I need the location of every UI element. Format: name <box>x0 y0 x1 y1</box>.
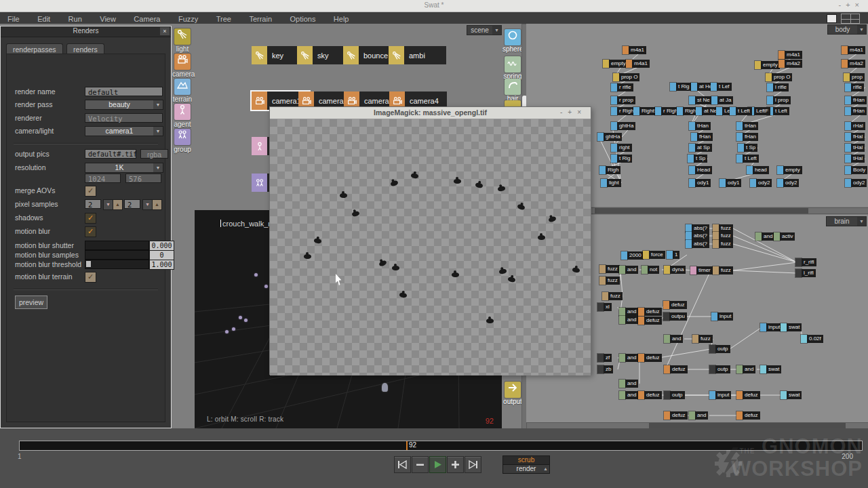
spring-icon[interactable] <box>505 56 521 73</box>
scrollbar-thumb[interactable] <box>595 208 808 214</box>
graph-node[interactable]: ghtHa <box>597 133 622 141</box>
render-pass-dropdown[interactable]: beauty▼ <box>85 100 163 110</box>
graph-node[interactable]: at Sp <box>689 144 712 152</box>
graph-node[interactable]: outp <box>709 365 730 373</box>
render-name-input[interactable]: default <box>85 87 163 96</box>
pixel-samples-y-input[interactable]: 2 <box>124 199 140 209</box>
tool-terrain[interactable]: terrain <box>172 77 193 103</box>
graph-node[interactable]: fuzz <box>599 265 620 273</box>
camera-icon[interactable] <box>174 54 191 70</box>
menu-camera[interactable]: Camera <box>126 14 167 23</box>
graph-node[interactable]: t Sp <box>688 155 707 163</box>
graph-node[interactable]: Righ <box>599 166 620 174</box>
graph-node[interactable]: m4a1 <box>623 46 646 54</box>
graph-node[interactable]: at Ja <box>711 96 733 104</box>
graph-node[interactable]: t Rig <box>611 155 632 163</box>
graph-node[interactable]: m4a2 <box>778 60 802 68</box>
graph-node[interactable]: and <box>619 266 638 274</box>
graph-node[interactable]: defuz <box>638 317 662 325</box>
layout-quad-icon[interactable] <box>841 14 860 24</box>
graph-node[interactable]: m4a1 <box>778 51 802 59</box>
graph-node[interactable]: t Lef <box>711 83 732 91</box>
graph-node[interactable]: Head <box>689 166 712 174</box>
graph-node[interactable]: outpu <box>663 312 687 321</box>
graph-node[interactable]: dyna <box>664 266 686 274</box>
skip-to-end-button[interactable] <box>465 456 481 473</box>
resolution-height-input[interactable]: 576 <box>125 174 161 183</box>
graph-node[interactable]: fHal <box>845 133 865 141</box>
hair-icon[interactable] <box>505 79 521 95</box>
mb-shutter-value[interactable]: 0.000 <box>149 241 174 251</box>
side-output[interactable]: output <box>502 380 523 405</box>
graph-node[interactable]: and <box>619 380 638 388</box>
graph-node[interactable]: zb <box>597 365 613 373</box>
step-forward-button[interactable] <box>447 456 464 473</box>
graph-node[interactable]: fuzz <box>692 335 713 343</box>
graph-node[interactable]: ody2 <box>845 179 867 187</box>
graph-node[interactable]: prop O <box>766 73 792 81</box>
graph-node[interactable]: fHan <box>845 96 867 104</box>
scrollbar-thumb[interactable] <box>649 423 846 428</box>
graph-node[interactable]: and <box>619 391 638 399</box>
imagemagick-window[interactable]: ImageMagick: massive_opengl.tif -+× <box>269 106 591 375</box>
menu-options[interactable]: Options <box>282 14 323 23</box>
graph-node[interactable]: 0.02f <box>801 335 823 343</box>
graph-node[interactable]: outp <box>709 345 730 353</box>
graph-node[interactable]: abs(? <box>686 240 709 248</box>
merge-aovs-checkbox[interactable]: ✓ <box>85 186 96 197</box>
graph-node[interactable]: empty <box>777 166 802 174</box>
graph-node[interactable]: defuz <box>663 301 687 309</box>
graph-node[interactable]: prop <box>844 73 865 81</box>
graph-node[interactable]: and <box>619 354 638 362</box>
graph-node[interactable]: rHal <box>845 122 865 130</box>
motion-blur-checkbox[interactable]: ✓ <box>85 226 96 237</box>
graph-node[interactable]: t Sp <box>738 144 757 152</box>
graph-node[interactable]: timer <box>690 266 713 274</box>
camera-light-dropdown[interactable]: camera1▼ <box>85 126 163 136</box>
resolution-dropdown[interactable]: 1K▼ <box>85 163 163 173</box>
mb-threshold-value[interactable]: 1.000 <box>149 260 174 270</box>
light-node-ambi[interactable]: ambi <box>389 46 446 64</box>
graph-node[interactable]: defuz <box>638 354 662 362</box>
imagemagick-controls[interactable]: -+× <box>560 108 587 116</box>
close-icon[interactable]: × <box>160 27 170 35</box>
pixel-samples-y-down[interactable]: ▼ <box>142 199 153 210</box>
output-icon[interactable] <box>505 382 521 398</box>
renderer-input[interactable]: Velocity <box>85 113 163 123</box>
window-controls[interactable]: -+× <box>838 1 864 9</box>
graph-node[interactable]: fHan <box>691 133 713 141</box>
graph-node[interactable]: defuz <box>736 411 760 420</box>
graph-node[interactable]: swat <box>760 365 781 373</box>
graph-node[interactable]: input <box>709 391 731 399</box>
imagemagick-titlebar[interactable]: ImageMagick: massive_opengl.tif -+× <box>270 107 591 119</box>
renders-dialog-titlebar[interactable]: Renders × <box>1 26 171 37</box>
graph-node[interactable]: fuzz <box>713 240 733 248</box>
graph-node[interactable]: and <box>755 232 774 241</box>
brain-view-dropdown[interactable]: brain▼ <box>826 216 867 226</box>
graph-node[interactable]: swat <box>781 323 802 331</box>
graph-node[interactable]: activ <box>774 232 795 241</box>
graph-node[interactable]: r Righ <box>655 107 679 115</box>
side-hair[interactable]: hair <box>502 77 523 102</box>
pixel-samples-x-down[interactable]: ▼ <box>103 199 113 210</box>
mb-samples-slider[interactable] <box>85 250 149 260</box>
graph-node[interactable]: defuz <box>736 391 760 399</box>
graph-node[interactable]: r prop <box>611 96 635 104</box>
terrain-icon[interactable] <box>174 79 191 95</box>
play-button[interactable] <box>429 456 446 473</box>
graph-node[interactable]: and <box>619 308 638 316</box>
graph-node[interactable]: empty <box>755 61 780 69</box>
graph-node[interactable]: empty <box>603 60 628 68</box>
menu-edit[interactable]: Edit <box>30 14 58 23</box>
graph-node[interactable]: tHal <box>845 144 865 152</box>
graph-node[interactable]: m4a1 <box>842 46 865 54</box>
mb-shutter-slider[interactable] <box>85 241 149 250</box>
menu-view[interactable]: View <box>92 14 123 23</box>
graph-node[interactable]: not <box>642 266 659 274</box>
graph-node[interactable]: swat <box>781 391 802 399</box>
timeline-playhead[interactable] <box>406 441 408 450</box>
graph-node[interactable]: head <box>747 166 769 174</box>
graph-node[interactable]: st Ne <box>689 96 712 104</box>
body-view-dropdown[interactable]: body▼ <box>827 24 867 35</box>
graph-node[interactable]: right <box>611 144 632 152</box>
